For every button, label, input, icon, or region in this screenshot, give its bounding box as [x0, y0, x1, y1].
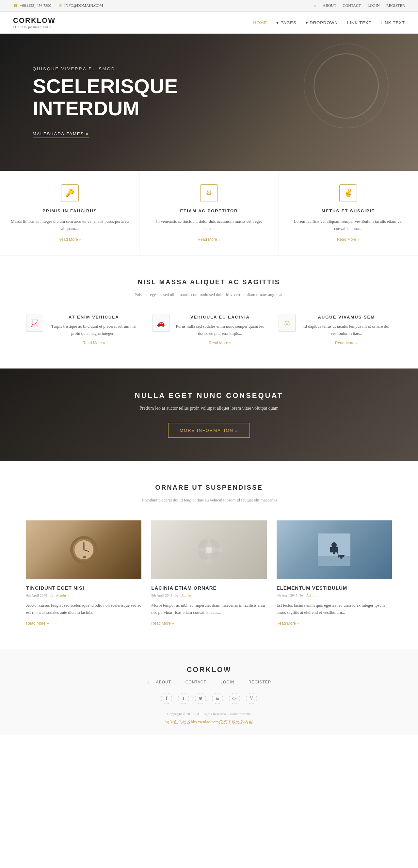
footer-nav: ⌂ ABOUT · CONTACT · LOGIN · REGISTER — [13, 680, 405, 685]
topbar-about-link[interactable]: ABOUT — [323, 3, 336, 8]
service-icon-2: 🚗 — [153, 315, 169, 332]
dark-section-subtitle: Pretium leo at auctor tellus proin volut… — [135, 406, 283, 411]
blog-meta-1: 6th April 2045 by Admin — [26, 593, 141, 597]
service-icon-1: 📈 — [26, 315, 43, 332]
footer-divider-2: · — [213, 680, 214, 685]
footer-divider-3: · — [241, 680, 242, 685]
service-text-1: Turpis tristique ac tincidunt et placera… — [48, 323, 139, 337]
blog-date-2: 5th April 2045 — [151, 593, 172, 597]
blog-image-1: XII — [26, 520, 141, 579]
feature-title-1: PRIMIS IN FAUCIBUS — [10, 209, 129, 213]
feature-text-1: Massa finibus ac integer dictum sem arcu… — [10, 218, 129, 232]
hero-section: QUISQUE VIVERRA EUISMOD SCELERISQUE INTE… — [0, 34, 418, 171]
flower-svg — [193, 533, 225, 566]
footer-nav-register[interactable]: REGISTER — [249, 680, 271, 685]
nav-link1[interactable]: LINK TEXT — [347, 20, 372, 25]
feature-readmore-3[interactable]: Read More » — [337, 237, 359, 242]
blog-meta-2: 5th April 2045 by Admin — [151, 593, 266, 597]
social-vk[interactable]: V — [246, 693, 257, 704]
services-grid: 📈 AT ENIM VEHICULA Turpis tristique ac t… — [26, 315, 392, 346]
feature-readmore-2[interactable]: Read More » — [198, 237, 220, 242]
footer-nav-home[interactable]: ⌂ — [147, 680, 150, 685]
hero-subtitle: QUISQUE VIVERRA EUISMOD — [33, 66, 178, 71]
footer-nav-contact[interactable]: CONTACT — [186, 680, 206, 685]
svg-text:XII: XII — [82, 556, 86, 559]
blog-by-1: by — [50, 593, 53, 597]
blog-by-3: by — [300, 593, 304, 597]
blog-text-2: Morbi tempor ac nibh eu imperdiet diam m… — [151, 602, 266, 616]
nav-link2[interactable]: LINK TEXT — [381, 20, 405, 25]
topbar-contact-link[interactable]: CONTACT — [343, 3, 361, 8]
svg-rect-16 — [318, 556, 350, 566]
footer: CORKLOW ⌂ ABOUT · CONTACT · LOGIN · REGI… — [0, 649, 418, 735]
blog-post-title-1: TINCIDUNT EGET NISI — [26, 585, 141, 591]
service-text-2: Purus nulla sed sodales enim nunc semper… — [175, 323, 266, 337]
blog-image-3 — [277, 520, 392, 579]
footer-nav-about[interactable]: ABOUT — [156, 680, 171, 685]
blog-readmore-1[interactable]: Read More » — [26, 621, 49, 626]
service-readmore-2[interactable]: Read More » — [209, 341, 231, 345]
topbar-home-link[interactable]: ⌂ — [314, 3, 316, 8]
svg-rect-19 — [330, 547, 333, 552]
blog-author-3: Admin — [306, 593, 316, 597]
social-googleplus[interactable]: G+ — [229, 693, 240, 704]
feature-text-3: Lorem facilisis vel aliquam semper vesti… — [289, 218, 408, 232]
hero-title: SCELERISQUE INTERDUM — [33, 75, 178, 120]
more-information-button[interactable]: MORE INFORMATION » — [168, 423, 250, 438]
feature-readmore-1[interactable]: Read More » — [59, 237, 81, 242]
feature-card-2: ⚙ ETIAM AC PORTTITOR In venenatis ac tin… — [139, 171, 279, 255]
service-readmore-3[interactable]: Read More » — [335, 341, 358, 345]
blog-author-1: Admin — [56, 593, 66, 597]
blog-date-3: 4th April 2045 — [277, 593, 297, 597]
nav-pages[interactable]: ▾ PAGES — [276, 20, 296, 25]
logo-tagline: aliquam posuere nulla — [13, 25, 56, 29]
logo-area: CORKLOW aliquam posuere nulla — [13, 16, 56, 29]
feature-card-1: 🔑 PRIMIS IN FAUCIBUS Massa finibus ac in… — [0, 171, 139, 255]
social-twitter[interactable]: t — [178, 693, 189, 704]
service-item-3: ⚖ AUGUE VIVAMUS SEM Id dapibus tellus ut… — [279, 315, 392, 346]
logo-name: CORKLOW — [13, 16, 56, 25]
topbar-login-link[interactable]: LOGIN — [367, 3, 380, 8]
blog-card-2: LACINIA ETIAM ORNARE 5th April 2045 by A… — [151, 520, 266, 626]
service-content-3: AUGUE VIVAMUS SEM Id dapibus tellus ut i… — [301, 315, 392, 346]
blog-header: ORNARE UT SUSPENDISSE Tincidunt placerat… — [26, 484, 392, 504]
footer-watermark: 访问血鸟社区bbs.xienlao.com免费下载更多内容 — [13, 719, 405, 725]
services-title: NISL MASSA ALIQUET AC SAGITTIS — [26, 278, 392, 286]
service-title-3: AUGUE VIVAMUS SEM — [301, 315, 392, 319]
blog-by-2: by — [175, 593, 179, 597]
social-linkedin[interactable]: in — [212, 693, 223, 704]
blog-card-3: ELEMENTUM VESTIBULUM 4th April 2045 by A… — [277, 520, 392, 626]
feature-text-2: In venenatis ac tincidunt dolor duis acc… — [149, 218, 268, 232]
blog-meta-3: 4th April 2045 by Admin — [277, 593, 392, 597]
footer-logo: CORKLOW — [13, 665, 405, 674]
social-rss[interactable]: ⊕ — [195, 693, 206, 704]
hero-cta-button[interactable]: MALESUADA FAMES » — [33, 131, 89, 138]
blog-readmore-3[interactable]: Read More » — [277, 621, 299, 626]
footer-copyright: Copyright © 2018 – All Rights Reserved –… — [13, 712, 405, 716]
services-section: NISL MASSA ALIQUET AC SAGITTIS Pulvinar … — [0, 255, 418, 369]
nav-home[interactable]: HOME — [253, 20, 267, 25]
blog-readmore-2[interactable]: Read More » — [151, 621, 174, 626]
blog-text-3: Est lectus lacinia enim quis egestas leo… — [277, 602, 392, 616]
feature-title-3: METUS ET SUSCIPIT — [289, 209, 408, 213]
top-bar-right: ⌂ ABOUT CONTACT LOGIN REGISTER — [314, 3, 405, 8]
email-icon: ✉ — [59, 3, 62, 8]
blog-grid: XII TINCIDUNT EGET NISI 6th April 2045 b… — [26, 520, 392, 626]
svg-point-14 — [206, 547, 212, 553]
nav-dropdown[interactable]: ▾ DROPDOWN — [306, 20, 338, 25]
social-facebook[interactable]: f — [161, 693, 172, 704]
email-info: ✉ INFO@DOMAIN.COM — [59, 3, 103, 8]
phone-icon: ☎ — [13, 3, 18, 8]
person-svg — [318, 533, 350, 566]
footer-nav-login[interactable]: LOGIN — [220, 680, 234, 685]
service-icon-3: ⚖ — [279, 315, 295, 332]
topbar-register-link[interactable]: REGISTER — [386, 3, 405, 8]
services-subtitle: Pulvinar egestas sed nibh mauris commodo… — [26, 291, 392, 298]
service-readmore-1[interactable]: Read More » — [83, 341, 105, 345]
features-row: 🔑 PRIMIS IN FAUCIBUS Massa finibus ac in… — [0, 171, 418, 255]
main-nav: HOME ▾ PAGES ▾ DROPDOWN LINK TEXT LINK T… — [253, 20, 405, 25]
blog-author-2: Admin — [181, 593, 191, 597]
dark-section: NULLA EGET NUNC CONSEQUAT Pretium leo at… — [0, 369, 418, 461]
blog-image-2 — [151, 520, 266, 579]
top-bar: ☎ +00 (123) 456 7890 ✉ INFO@DOMAIN.COM ⌂… — [0, 0, 418, 12]
